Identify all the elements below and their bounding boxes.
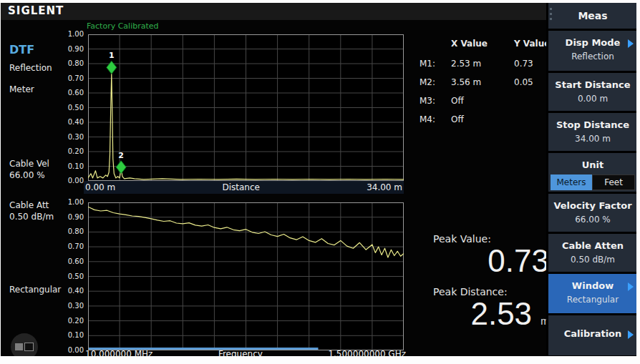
marker-row: M4:Off — [420, 110, 556, 129]
top-bar: SIGLENT — [1, 3, 546, 20]
y-tick-label: 0.40 — [68, 118, 84, 126]
marker-table-header: X Value Y Value — [420, 39, 556, 49]
y-tick-label: 0.20 — [68, 147, 84, 155]
unit-button: Unit Meters Feet — [548, 153, 636, 192]
marker-table: X Value Y Value M1:2.53 m0.73M2:3.56 m0.… — [420, 39, 556, 129]
x-value-header: X Value — [451, 39, 514, 49]
freq-x-start-label: 10.000000 MHz — [85, 349, 152, 357]
window-readout: Rectangular — [9, 285, 61, 295]
y-tick-label: 0.80 — [68, 59, 84, 67]
freq-chart — [88, 202, 404, 350]
display-mode-readout: Reflection — [9, 63, 52, 73]
dtf-x-axis-title: Distance — [222, 182, 259, 192]
y-tick-label: 0.90 — [68, 45, 84, 53]
stop-distance-button[interactable]: Stop Distance 34.00 m — [548, 113, 636, 151]
dtf-chart-y-axis: 1.000.900.800.700.600.500.400.300.200.10… — [64, 34, 85, 181]
cable-atten-button[interactable]: Cable Atten 0.50 dB/m — [548, 234, 636, 272]
cable-vel-value: 66.00 % — [9, 170, 45, 180]
mode-readout-dtf: DTF — [9, 43, 34, 56]
y-tick-label: 0.30 — [68, 302, 84, 310]
instrument-screen: SIGLENT Factory Calibrated DTF Reflectio… — [1, 3, 636, 356]
menu-title: Meas — [548, 3, 636, 29]
y-tick-label: 0.00 — [68, 177, 84, 185]
menu-grip-dots-icon — [550, 8, 552, 20]
peak-distance-number: 2.53 m — [429, 297, 549, 330]
cable-att-value: 0.50 dB/m — [9, 212, 54, 222]
device-screenshot: SIGLENT Factory Calibrated DTF Reflectio… — [0, 0, 640, 364]
display-toggle-icon — [15, 343, 23, 350]
y-tick-label: 0.90 — [68, 213, 84, 221]
y-tick-label: 1.00 — [68, 198, 84, 206]
disp-mode-button[interactable]: Disp Mode Reflection — [548, 31, 636, 71]
y-tick-label: 0.60 — [68, 257, 84, 265]
unit-readout: Meter — [9, 84, 34, 94]
marker-row: M3:Off — [420, 92, 556, 110]
submenu-arrow-icon — [628, 330, 634, 339]
y-tick-label: 0.00 — [68, 346, 84, 354]
marker-row: M1:2.53 m0.73 — [420, 54, 556, 73]
marker-number-label: 1 — [109, 51, 115, 60]
y-tick-label: 0.20 — [68, 317, 84, 325]
freq-chart-y-axis: 1.000.900.800.700.600.500.400.300.200.10… — [64, 202, 85, 350]
y-tick-label: 0.10 — [68, 331, 84, 339]
peak-value-block: Peak Value: 0.73 — [429, 233, 549, 277]
start-distance-button[interactable]: Start Distance 0.00 m — [548, 73, 636, 111]
menu-panel: Meas Disp Mode Reflection Start Distance… — [546, 3, 636, 356]
calibration-button[interactable]: Calibration — [548, 315, 636, 355]
freq-chart-x-axis: 10.000000 MHz Frequency 1.500000000 GHz — [84, 349, 407, 356]
freq-x-end-label: 1.500000000 GHz — [328, 349, 406, 357]
siglent-logo: SIGLENT — [8, 4, 64, 17]
display-toggle-button[interactable] — [11, 333, 38, 356]
marker-diamond[interactable] — [107, 61, 117, 74]
submenu-arrow-icon — [628, 282, 634, 291]
y-tick-label: 0.50 — [68, 272, 84, 280]
peak-value-number: 0.73 — [429, 245, 549, 277]
peak-distance-block: Peak Distance: 2.53 m — [429, 286, 549, 330]
marker-number-label: 2 — [118, 151, 124, 160]
unit-toggle: Meters Feet — [551, 174, 635, 190]
freq-x-axis-title: Frequency — [218, 349, 263, 357]
y-tick-label: 0.30 — [68, 133, 84, 141]
y-tick-label: 0.40 — [68, 287, 84, 295]
submenu-arrow-icon — [628, 39, 634, 48]
dtf-chart: 12 — [88, 34, 404, 181]
y-tick-label: 0.70 — [68, 242, 84, 250]
window-button[interactable]: Window Rectangular — [548, 274, 636, 313]
y-tick-label: 1.00 — [68, 30, 84, 38]
dtf-chart-x-axis: 0.00 m Distance 34.00 m — [84, 181, 404, 194]
velocity-factor-button[interactable]: Velocity Factor 66.00 % — [548, 194, 636, 232]
y-tick-label: 0.10 — [68, 162, 84, 170]
y-tick-label: 0.70 — [68, 74, 84, 82]
dtf-x-start-label: 0.00 m — [85, 182, 115, 192]
unit-option-meters[interactable]: Meters — [551, 174, 592, 190]
y-tick-label: 0.60 — [68, 89, 84, 97]
marker-row: M2:3.56 m0.05 — [420, 73, 556, 92]
cable-att-label: Cable Att — [9, 200, 49, 210]
y-tick-label: 0.80 — [68, 227, 84, 235]
y-tick-label: 0.50 — [68, 104, 84, 112]
cable-vel-label: Cable Vel — [9, 159, 49, 169]
unit-option-feet[interactable]: Feet — [592, 174, 635, 190]
calibration-status: Factory Calibrated — [87, 21, 159, 31]
dtf-x-end-label: 34.00 m — [367, 182, 402, 192]
marker-diamond[interactable] — [116, 161, 126, 174]
